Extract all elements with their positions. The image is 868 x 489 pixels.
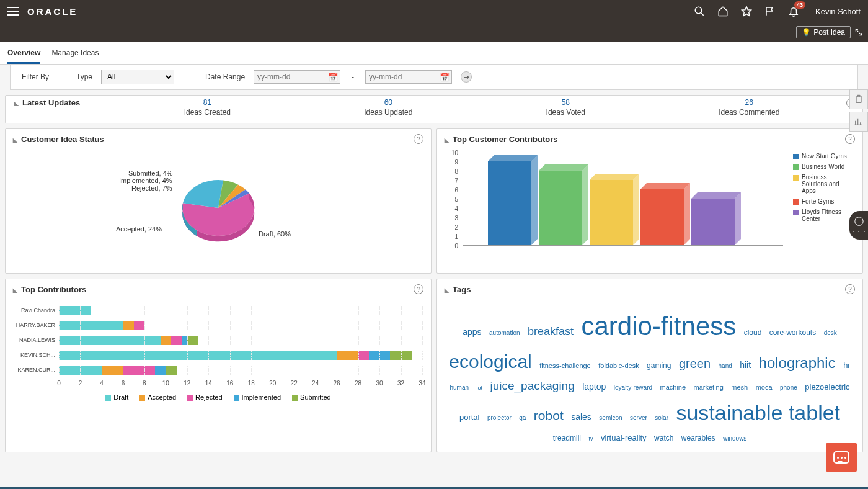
- tag[interactable]: qa: [519, 415, 526, 421]
- tag[interactable]: server: [630, 415, 647, 421]
- tag[interactable]: sustainable tablet: [676, 401, 840, 424]
- stat-item[interactable]: 58Ideas Voted: [546, 98, 585, 117]
- tag[interactable]: loyalty-reward: [614, 384, 652, 391]
- flag-icon[interactable]: [764, 6, 776, 17]
- tag[interactable]: iot: [477, 385, 483, 391]
- tab-manage-ideas[interactable]: Manage Ideas: [51, 42, 99, 64]
- tag[interactable]: semicon: [599, 415, 622, 421]
- post-idea-label: Post Idea: [813, 28, 845, 37]
- tag[interactable]: cardio-fitness: [581, 312, 736, 341]
- app-header: ORACLE 43 Kevin Schott: [0, 0, 868, 22]
- panel-title: Tags: [445, 285, 471, 294]
- search-icon[interactable]: [694, 6, 705, 17]
- date-from-input[interactable]: [254, 70, 340, 84]
- stat-item[interactable]: 81Ideas Created: [184, 98, 231, 117]
- tag[interactable]: hr: [843, 361, 851, 370]
- legend-item: Business World: [793, 163, 851, 170]
- home-icon[interactable]: [717, 6, 728, 17]
- help-icon[interactable]: ?: [414, 284, 423, 294]
- tag[interactable]: automation: [489, 330, 520, 336]
- tag-cloud: apps automation breakfast cardio-fitness…: [437, 299, 862, 452]
- tag[interactable]: gaming: [647, 361, 671, 370]
- tag[interactable]: marketing: [694, 384, 724, 391]
- bar-chart: 012345678910: [448, 153, 783, 258]
- bell-icon[interactable]: 43: [788, 6, 799, 17]
- subheader: 💡 Post Idea: [0, 22, 868, 42]
- chat-button[interactable]: [826, 443, 857, 472]
- tag[interactable]: hand: [719, 362, 732, 369]
- panel-tags: Tags ? apps automation breakfast cardio-…: [436, 279, 863, 452]
- calendar-icon[interactable]: 📅: [440, 73, 450, 82]
- tag[interactable]: laptop: [582, 382, 606, 392]
- panel-title: Top Customer Contributors: [445, 135, 557, 144]
- help-icon[interactable]: ?: [414, 134, 423, 144]
- legend-item: New Start Gyms: [793, 153, 851, 159]
- tag[interactable]: machine: [660, 384, 686, 391]
- tag[interactable]: cloud: [744, 328, 762, 337]
- help-icon[interactable]: ?: [845, 284, 855, 294]
- tag[interactable]: juice_packaging: [490, 379, 574, 392]
- panel-title: Top Contributors: [13, 285, 86, 294]
- tag[interactable]: hiit: [740, 360, 751, 370]
- pie-label-submitted: Submitted, 4%: [128, 169, 173, 177]
- tag[interactable]: ecological: [449, 351, 531, 372]
- svg-point-0: [695, 7, 702, 14]
- tag[interactable]: moca: [756, 384, 773, 391]
- contributor-row: KEVIN.SCH...: [14, 348, 422, 362]
- type-select[interactable]: All: [101, 70, 174, 84]
- stat-item[interactable]: 26Ideas Commented: [719, 98, 779, 117]
- menu-icon[interactable]: [7, 7, 19, 16]
- tag[interactable]: watch: [654, 434, 673, 442]
- tag[interactable]: projector: [487, 415, 512, 421]
- post-idea-button[interactable]: 💡 Post Idea: [796, 26, 851, 38]
- panel-title: Customer Idea Status: [13, 135, 104, 144]
- date-to-input[interactable]: [365, 70, 452, 84]
- tag[interactable]: windows: [723, 435, 746, 442]
- tag[interactable]: desk: [824, 330, 837, 336]
- tag[interactable]: holographic: [759, 354, 836, 371]
- chat-icon: [833, 451, 849, 464]
- info-button[interactable]: ⓘ ⋮⋮⋮: [849, 211, 868, 240]
- apply-filter-button[interactable]: ➜: [461, 71, 472, 83]
- tag[interactable]: apps: [463, 327, 481, 337]
- tag[interactable]: robot: [534, 408, 564, 423]
- header-actions: 43 Kevin Schott: [694, 6, 861, 17]
- tag[interactable]: core-workouts: [769, 328, 816, 337]
- pie-chart: Submitted, 4% Implemented, 4% Rejected, …: [6, 149, 431, 273]
- type-label: Type: [76, 73, 92, 81]
- help-icon[interactable]: ?: [845, 134, 855, 144]
- stat-item[interactable]: 60Ideas Updated: [364, 98, 412, 117]
- panel-latest-updates: Latest Updates 81Ideas Created60Ideas Up…: [5, 95, 863, 123]
- contributor-row: NADIA.LEWIS: [14, 333, 422, 348]
- chart-icon[interactable]: [849, 112, 868, 132]
- tab-overview[interactable]: Overview: [7, 42, 40, 64]
- tag[interactable]: mesh: [731, 384, 748, 391]
- tag[interactable]: green: [679, 357, 711, 370]
- bulb-icon: 💡: [802, 28, 811, 37]
- panel-top-customer-contributors: Top Customer Contributors ? 012345678910…: [436, 128, 863, 274]
- tag[interactable]: foldable-desk: [598, 362, 639, 369]
- tag[interactable]: solar: [655, 415, 668, 421]
- tag[interactable]: human: [450, 384, 469, 391]
- tag[interactable]: phone: [780, 384, 797, 391]
- tag[interactable]: tv: [588, 436, 593, 442]
- legend-submitted: Submitted: [300, 393, 331, 401]
- tag[interactable]: fitness-challenge: [539, 362, 591, 369]
- expand-icon[interactable]: [854, 28, 863, 37]
- legend-accepted: Accepted: [148, 393, 176, 401]
- user-name[interactable]: Kevin Schott: [815, 7, 861, 16]
- tag[interactable]: piezoelectric: [805, 382, 849, 392]
- pie-label-accepted: Accepted, 24%: [116, 225, 162, 233]
- tag[interactable]: virtual-reality: [601, 433, 647, 442]
- star-icon[interactable]: [741, 6, 752, 17]
- footer-stripe: [0, 487, 868, 489]
- legend-item: Forte Gyms: [793, 198, 851, 205]
- calendar-icon[interactable]: 📅: [328, 73, 338, 82]
- tag[interactable]: breakfast: [528, 325, 574, 338]
- tag[interactable]: sales: [571, 412, 591, 422]
- tag[interactable]: treadmill: [553, 434, 581, 442]
- tag[interactable]: portal: [459, 413, 480, 422]
- clipboard-icon[interactable]: [849, 89, 868, 109]
- tag[interactable]: wearables: [681, 434, 715, 442]
- contributor-row: KAREN.CUR...: [14, 362, 422, 377]
